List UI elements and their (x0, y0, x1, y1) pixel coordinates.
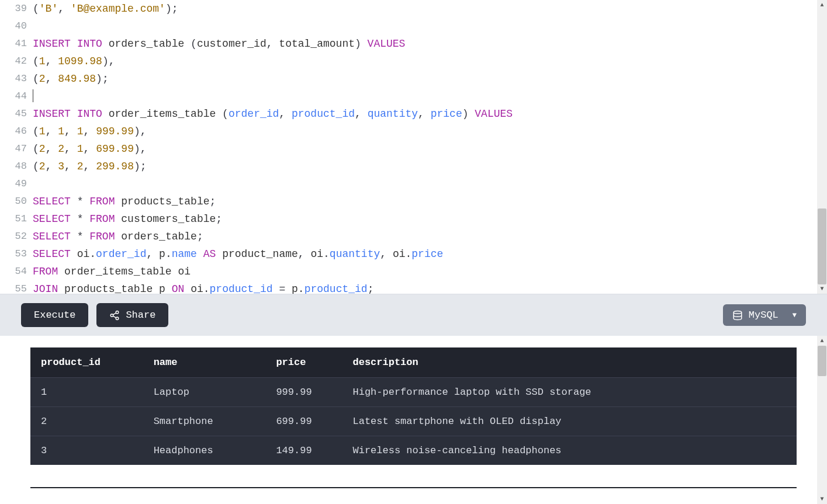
table-cell: High-performance laptop with SSD storage (344, 378, 797, 407)
share-label: Share (126, 310, 155, 321)
database-icon (732, 310, 743, 321)
line-content[interactable] (33, 88, 33, 105)
code-line[interactable]: 45INSERT INTO order_items_table (order_i… (0, 105, 827, 123)
svg-point-5 (733, 311, 742, 314)
line-number: 39 (0, 0, 33, 18)
table-cell: Smartphone (146, 407, 268, 436)
table-cell: 699.99 (268, 407, 344, 436)
line-number: 46 (0, 123, 33, 140)
code-line[interactable]: 40 (0, 18, 827, 35)
table-cell: 2 (30, 407, 146, 436)
line-number: 43 (0, 70, 33, 88)
line-content[interactable]: JOIN products_table p ON oi.product_id =… (33, 280, 373, 294)
share-icon (109, 310, 120, 321)
table-header: name (146, 347, 268, 378)
table-cell: Headphones (146, 436, 268, 465)
table-cell: Laptop (146, 378, 268, 407)
code-line[interactable]: 44 (0, 88, 827, 105)
svg-point-2 (116, 317, 119, 320)
code-line[interactable]: 49 (0, 175, 827, 193)
line-content[interactable]: INSERT INTO orders_table (customer_id, t… (33, 35, 405, 53)
scroll-up-icon[interactable]: ▲ (817, 336, 827, 346)
code-line[interactable]: 55JOIN products_table p ON oi.product_id… (0, 280, 827, 294)
code-line[interactable]: 51SELECT * FROM customers_table; (0, 210, 827, 228)
results-scrollbar[interactable]: ▲ ▼ (817, 336, 827, 504)
line-number: 49 (0, 175, 33, 193)
chevron-down-icon: ▼ (793, 311, 797, 319)
table-cell: Latest smartphone with OLED display (344, 407, 797, 436)
table-header: price (268, 347, 344, 378)
line-number: 50 (0, 193, 33, 210)
line-number: 54 (0, 263, 33, 280)
editor-scrollbar[interactable]: ▲ ▼ (817, 0, 827, 294)
line-content[interactable]: (1, 1, 1, 999.99), (33, 123, 147, 140)
code-line[interactable]: 54FROM order_items_table oi (0, 263, 827, 280)
table-row: 2Smartphone699.99Latest smartphone with … (30, 407, 797, 436)
line-number: 44 (0, 88, 33, 105)
svg-point-0 (116, 311, 119, 314)
line-number: 47 (0, 140, 33, 158)
code-line[interactable]: 43(2, 849.98); (0, 70, 827, 88)
line-content[interactable]: SELECT * FROM products_table; (33, 193, 216, 210)
line-content[interactable]: (2, 2, 1, 699.99), (33, 140, 147, 158)
line-number: 55 (0, 280, 33, 294)
line-content[interactable]: INSERT INTO order_items_table (order_id,… (33, 105, 513, 123)
svg-point-1 (111, 314, 114, 317)
line-content[interactable]: (2, 3, 2, 299.98); (33, 158, 147, 175)
database-selector[interactable]: MySQL ▼ (723, 304, 806, 326)
svg-line-4 (113, 316, 116, 318)
database-label: MySQL (749, 310, 778, 321)
line-content[interactable]: FROM order_items_table oi (33, 263, 191, 280)
line-content[interactable]: (2, 849.98); (33, 70, 109, 88)
svg-line-3 (113, 312, 116, 314)
code-line[interactable]: 50SELECT * FROM products_table; (0, 193, 827, 210)
line-number: 42 (0, 53, 33, 70)
table-header: product_id (30, 347, 146, 378)
line-content[interactable]: ('B', 'B@example.com'); (33, 0, 178, 18)
line-content[interactable]: SELECT oi.order_id, p.name AS product_na… (33, 245, 443, 263)
code-line[interactable]: 39('B', 'B@example.com'); (0, 0, 827, 18)
table-cell: Wireless noise-canceling headphones (344, 436, 797, 465)
code-line[interactable]: 41INSERT INTO orders_table (customer_id,… (0, 35, 827, 53)
share-button[interactable]: Share (96, 303, 168, 327)
table-header: description (344, 347, 797, 378)
line-content[interactable]: (1, 1099.98), (33, 53, 115, 70)
table-row: 1Laptop999.99High-performance laptop wit… (30, 378, 797, 407)
code-line[interactable]: 47(2, 2, 1, 699.99), (0, 140, 827, 158)
toolbar: Execute Share MySQL ▼ (0, 294, 827, 336)
scrollbar-thumb[interactable] (818, 208, 826, 284)
result-separator (30, 487, 797, 488)
line-number: 52 (0, 228, 33, 245)
table-row: 3Headphones149.99Wireless noise-cancelin… (30, 436, 797, 465)
line-content[interactable]: SELECT * FROM orders_table; (33, 228, 203, 245)
code-line[interactable]: 48(2, 3, 2, 299.98); (0, 158, 827, 175)
results-panel: product_idnamepricedescription 1Laptop99… (0, 336, 827, 504)
scroll-down-icon[interactable]: ▼ (817, 494, 827, 504)
table-cell: 3 (30, 436, 146, 465)
code-editor[interactable]: 39('B', 'B@example.com');4041INSERT INTO… (0, 0, 827, 294)
line-number: 41 (0, 35, 33, 53)
result-table: product_idnamepricedescription 1Laptop99… (30, 347, 797, 465)
execute-button[interactable]: Execute (21, 303, 88, 327)
table-cell: 1 (30, 378, 146, 407)
line-number: 51 (0, 210, 33, 228)
code-line[interactable]: 52SELECT * FROM orders_table; (0, 228, 827, 245)
scroll-up-icon[interactable]: ▲ (817, 0, 827, 10)
code-line[interactable]: 42(1, 1099.98), (0, 53, 827, 70)
table-cell: 149.99 (268, 436, 344, 465)
line-number: 40 (0, 18, 33, 35)
table-cell: 999.99 (268, 378, 344, 407)
line-number: 53 (0, 245, 33, 263)
line-number: 45 (0, 105, 33, 123)
scroll-down-icon[interactable]: ▼ (817, 284, 827, 294)
code-line[interactable]: 53SELECT oi.order_id, p.name AS product_… (0, 245, 827, 263)
line-number: 48 (0, 158, 33, 175)
code-line[interactable]: 46(1, 1, 1, 999.99), (0, 123, 827, 140)
line-content[interactable]: SELECT * FROM customers_table; (33, 210, 222, 228)
scrollbar-thumb[interactable] (818, 346, 826, 376)
